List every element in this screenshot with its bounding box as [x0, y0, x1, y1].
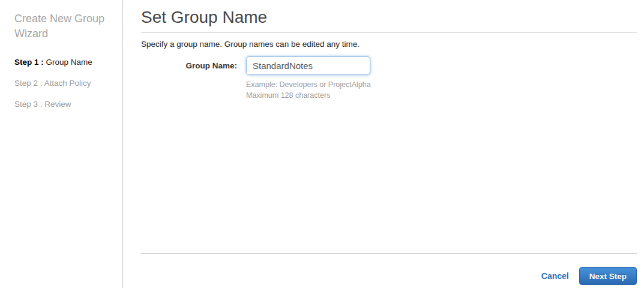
create-group-wizard-page: Create New Group Wizard Step 1 : Group N… [0, 0, 644, 288]
sidebar-step-1-group-name[interactable]: Step 1 : Group Name [14, 58, 116, 67]
footer-actions: Cancel Next Step [141, 254, 637, 288]
cancel-button[interactable]: Cancel [541, 271, 569, 281]
heading-divider [141, 32, 637, 33]
page-description: Specify a group name. Group names can be… [141, 40, 637, 49]
group-name-input-column: Example: Developers or ProjectAlpha Maxi… [246, 56, 371, 101]
group-name-label: Group Name: [141, 56, 246, 101]
wizard-sidebar: Create New Group Wizard Step 1 : Group N… [0, 0, 123, 288]
group-name-hint-example: Example: Developers or ProjectAlpha [246, 79, 371, 90]
step-2-label: Attach Policy [44, 79, 91, 88]
sidebar-step-2-attach-policy[interactable]: Step 2 : Attach Policy [14, 79, 116, 88]
wizard-title: Create New Group Wizard [14, 11, 116, 41]
wizard-footer: Cancel Next Step [141, 253, 637, 288]
step-1-label: Group Name [46, 58, 92, 67]
group-name-hint-max-length: Maximum 128 characters [246, 90, 371, 101]
sidebar-step-3-review[interactable]: Step 3 : Review [14, 100, 116, 109]
group-name-input[interactable] [246, 56, 370, 75]
group-name-form-row: Group Name: Example: Developers or Proje… [141, 56, 637, 101]
next-step-button[interactable]: Next Step [579, 267, 637, 285]
step-1-prefix: Step 1 : [14, 58, 44, 67]
wizard-steps: Step 1 : Group Name Step 2 : Attach Poli… [14, 58, 116, 109]
step-3-prefix: Step 3 : [14, 100, 43, 109]
wizard-content: Set Group Name Specify a group name. Gro… [123, 0, 644, 288]
step-2-prefix: Step 2 : [14, 79, 43, 88]
step-3-label: Review [44, 100, 71, 109]
page-title: Set Group Name [141, 8, 637, 27]
